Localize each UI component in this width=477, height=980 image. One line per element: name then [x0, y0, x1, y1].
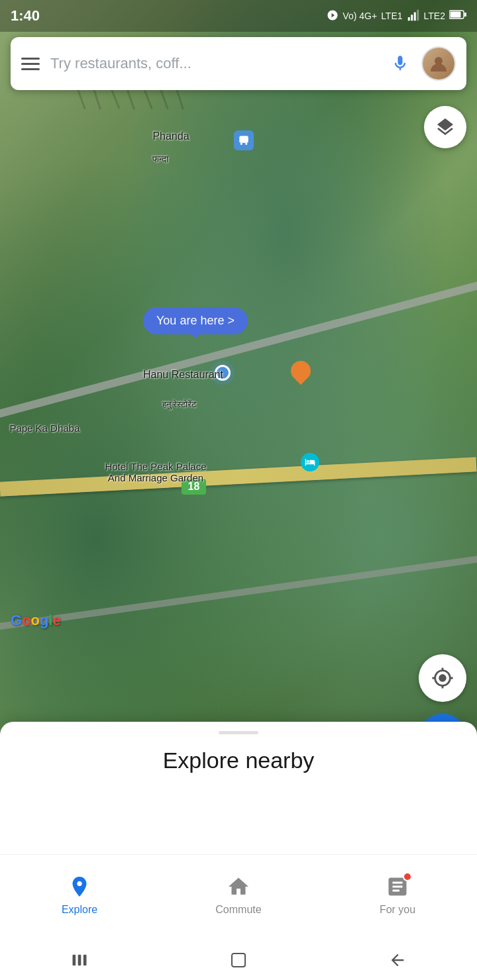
svg-rect-8 [450, 12, 461, 18]
map-highway [0, 457, 477, 497]
lte1-text: LTE1 [381, 11, 402, 21]
for-you-tab-icon [386, 875, 409, 899]
lte2-text: LTE2 [424, 11, 445, 21]
svg-rect-11 [73, 955, 76, 965]
my-location-button[interactable] [419, 654, 466, 702]
hotel-label: Hotel The Peak PalaceAnd Marriage Garden [105, 461, 206, 483]
tab-commute[interactable]: Commute [159, 875, 318, 921]
explore-tab-icon [68, 875, 91, 899]
svg-rect-14 [232, 954, 245, 967]
phanda-label: Phanda [152, 130, 189, 142]
svg-point-1 [240, 143, 242, 145]
pape-dhaba-label: Pape Ka Dhaba [9, 422, 80, 434]
hanu-restaurant-label: Hanu Restaurant [143, 369, 223, 381]
status-bar: 1:40 Vo) 4G+ LTE1 LTE2 [0, 0, 477, 32]
status-time: 1:40 [11, 7, 40, 24]
for-you-tab-label: For you [380, 904, 415, 916]
hotel-pin-icon [301, 453, 319, 471]
menu-button[interactable] [21, 53, 42, 74]
map-view[interactable]: 18 Phanda फन्दा You are here > Hanu Rest… [0, 0, 477, 768]
svg-rect-9 [464, 13, 466, 17]
map-layer-toggle[interactable] [424, 106, 466, 148]
voice-search-button[interactable] [387, 50, 413, 77]
system-nav-bar [0, 940, 477, 980]
svg-rect-13 [83, 955, 87, 965]
for-you-notification-badge [403, 872, 412, 881]
tab-explore[interactable]: Explore [0, 875, 159, 921]
tab-for-you[interactable]: For you [318, 875, 477, 921]
explore-tab-label: Explore [62, 904, 97, 916]
bottom-sheet-handle[interactable] [219, 731, 258, 734]
back-button[interactable] [388, 951, 407, 969]
status-icons: Vo) 4G+ LTE1 LTE2 [327, 9, 466, 23]
bottom-navigation: Explore Commute For you [0, 854, 477, 940]
explore-nearby-title: Explore nearby [0, 748, 477, 773]
search-placeholder-text: Try restaurants, coff... [50, 55, 191, 72]
search-input[interactable]: Try restaurants, coff... [50, 37, 379, 90]
signal-icon [327, 9, 339, 23]
svg-point-2 [245, 143, 247, 145]
svg-rect-6 [417, 9, 419, 21]
battery-icon [449, 9, 466, 23]
network-text: Vo) 4G+ [343, 11, 377, 21]
recents-button[interactable] [70, 951, 89, 969]
commute-tab-icon [227, 875, 250, 899]
svg-rect-3 [407, 17, 409, 21]
phanda-hindi-label: फन्दा [152, 154, 168, 165]
svg-rect-0 [239, 136, 248, 143]
svg-rect-5 [413, 12, 415, 21]
map-road [0, 222, 477, 477]
google-logo: Google [11, 612, 61, 629]
hanu-hindi-label: हनु रेस्टोरेंट [162, 399, 197, 410]
svg-rect-4 [411, 15, 413, 21]
search-bar[interactable]: Try restaurants, coff... [11, 37, 466, 90]
transit-stop-icon [234, 130, 254, 150]
user-avatar[interactable] [421, 46, 456, 81]
bottom-sheet: Explore nearby [0, 722, 477, 854]
home-button[interactable] [229, 951, 248, 969]
restaurant-pin-icon [287, 357, 315, 385]
signal-bars [407, 9, 420, 23]
commute-tab-label: Commute [215, 904, 261, 916]
svg-rect-12 [78, 955, 81, 965]
you-are-here-bubble[interactable]: You are here > [143, 307, 248, 334]
map-road-2 [0, 510, 477, 649]
